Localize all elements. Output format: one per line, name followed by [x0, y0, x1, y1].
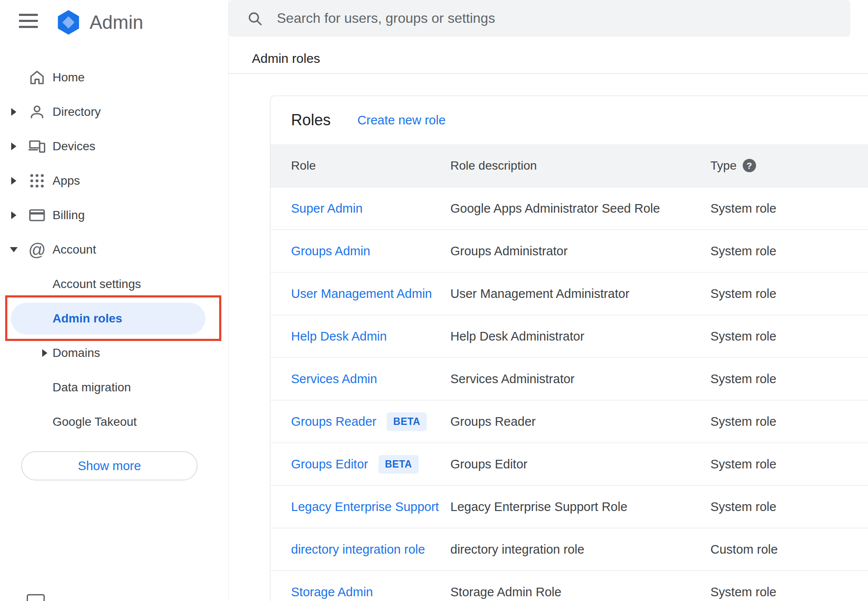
brand-title: Admin [90, 12, 143, 33]
sidebar-item-home[interactable]: Home [0, 60, 228, 95]
sidebar-item-label: Directory [53, 105, 101, 119]
sidebar-item-label: Admin roles [53, 312, 122, 325]
role-type: System role [710, 500, 868, 514]
table-row: Services Admin Services Administrator Sy… [270, 357, 868, 400]
role-description: directory integration role [450, 542, 710, 557]
expand-arrow-icon[interactable] [11, 143, 16, 150]
beta-badge: BETA [378, 455, 418, 474]
sidebar: Admin Home Directory [0, 0, 229, 601]
role-cell: Legacy Enterprise Support [291, 500, 450, 514]
role-cell: Help Desk Admin [291, 329, 450, 344]
role-link[interactable]: Help Desk Admin [291, 329, 387, 344]
role-description: Services Administrator [450, 372, 710, 386]
sidebar-item-label: Data migration [53, 381, 131, 394]
role-link[interactable]: Legacy Enterprise Support [291, 500, 439, 514]
table-row: User Management Admin User Management Ad… [270, 272, 868, 315]
role-cell: User Management Admin [291, 287, 450, 301]
home-icon [28, 68, 46, 87]
sidebar-item-label: Account [53, 243, 96, 257]
sidebar-item-billing[interactable]: Billing [0, 198, 228, 232]
role-description: User Management Administrator [450, 287, 710, 301]
collapse-arrow-icon[interactable] [10, 247, 18, 252]
divider [229, 73, 868, 74]
table-row: Groups Reader BETA Groups Reader System … [270, 400, 868, 443]
role-link[interactable]: Services Admin [291, 372, 377, 386]
expand-arrow-icon[interactable] [11, 177, 16, 185]
table-row: Legacy Enterprise Support Legacy Enterpr… [270, 485, 868, 528]
admin-logo-icon [55, 9, 82, 36]
google-admin-console: Admin Home Directory [0, 0, 868, 601]
at-sign-icon: @ [28, 240, 46, 259]
credit-card-icon [28, 206, 46, 225]
search-input[interactable] [276, 3, 837, 34]
role-description: Storage Admin Role [450, 585, 710, 599]
table-row: Groups Admin Groups Administrator System… [270, 229, 868, 272]
sidebar-item-label: Account settings [53, 277, 141, 291]
column-header-type-label: Type [710, 159, 737, 173]
roles-table: Super Admin Google Apps Administrator Se… [270, 187, 868, 601]
expand-arrow-icon[interactable] [42, 349, 47, 357]
table-row: Storage Admin Storage Admin Role System … [270, 570, 868, 601]
sidebar-item-account[interactable]: @ Account [0, 232, 228, 267]
expand-arrow-icon[interactable] [11, 211, 16, 219]
expand-arrow-icon[interactable] [11, 108, 16, 116]
role-description: Groups Editor [450, 457, 710, 471]
role-cell: Groups Admin [291, 244, 450, 258]
role-type: System role [710, 457, 868, 471]
role-link[interactable]: Super Admin [291, 201, 363, 216]
sidebar-item-account-settings[interactable]: Account settings [0, 267, 228, 301]
roles-card: Roles Create new role Role Role descript… [270, 96, 868, 601]
sidebar-item-label: Billing [53, 208, 85, 222]
help-icon[interactable]: ? [743, 159, 756, 172]
sidebar-item-admin-roles[interactable]: Admin roles [0, 301, 228, 336]
table-row: Groups Editor BETA Groups Editor System … [270, 443, 868, 485]
sidebar-item-data-migration[interactable]: Data migration [0, 370, 228, 405]
sidebar-item-label: Google Takeout [53, 415, 137, 429]
sidebar-item-label: Apps [53, 174, 80, 188]
devices-icon [28, 137, 46, 156]
column-header-role: Role [291, 159, 450, 173]
table-row: Help Desk Admin Help Desk Administrator … [270, 315, 868, 357]
create-new-role-link[interactable]: Create new role [357, 113, 446, 127]
sidebar-item-label: Devices [53, 139, 96, 153]
account-subnav: Account settings Admin roles Domains Dat… [0, 267, 228, 439]
role-type: System role [710, 585, 868, 599]
role-cell: Storage Admin [291, 585, 450, 599]
role-type: System role [710, 244, 868, 258]
role-type: System role [710, 415, 868, 429]
role-type: Custom role [710, 542, 868, 557]
table-header: Role Role description Type ? [270, 144, 868, 187]
table-row: Super Admin Google Apps Administrator Se… [270, 187, 868, 229]
sidebar-item-apps[interactable]: Apps [0, 164, 228, 198]
sidebar-item-domains[interactable]: Domains [0, 336, 228, 370]
menu-icon[interactable] [19, 10, 40, 31]
role-link[interactable]: Groups Editor [291, 457, 368, 471]
search-icon [247, 10, 263, 27]
truncated-icon [27, 594, 45, 601]
breadcrumb: Admin roles [252, 51, 320, 66]
role-cell: Groups Reader BETA [291, 412, 450, 431]
role-type: System role [710, 329, 868, 344]
sidebar-item-label: Home [53, 71, 85, 84]
role-description: Groups Administrator [450, 244, 710, 258]
person-icon [28, 102, 46, 121]
column-header-type: Type ? [710, 159, 868, 173]
page-title: Roles [291, 111, 331, 129]
role-link[interactable]: directory integration role [291, 542, 425, 557]
apps-grid-icon [28, 171, 46, 190]
roles-card-header: Roles Create new role [270, 96, 868, 144]
sidebar-item-google-takeout[interactable]: Google Takeout [0, 405, 228, 439]
role-type: System role [710, 287, 868, 301]
role-link[interactable]: Storage Admin [291, 585, 373, 599]
role-link[interactable]: Groups Admin [291, 244, 370, 258]
role-description: Google Apps Administrator Seed Role [450, 201, 710, 216]
role-cell: Super Admin [291, 201, 450, 216]
show-more-button[interactable]: Show more [21, 451, 198, 480]
role-cell: Groups Editor BETA [291, 455, 450, 474]
table-row: directory integration role directory int… [270, 528, 868, 570]
sidebar-item-devices[interactable]: Devices [0, 129, 228, 164]
role-link[interactable]: User Management Admin [291, 287, 432, 301]
sidebar-item-directory[interactable]: Directory [0, 95, 228, 129]
role-link[interactable]: Groups Reader [291, 415, 376, 429]
role-type: System role [710, 201, 868, 216]
